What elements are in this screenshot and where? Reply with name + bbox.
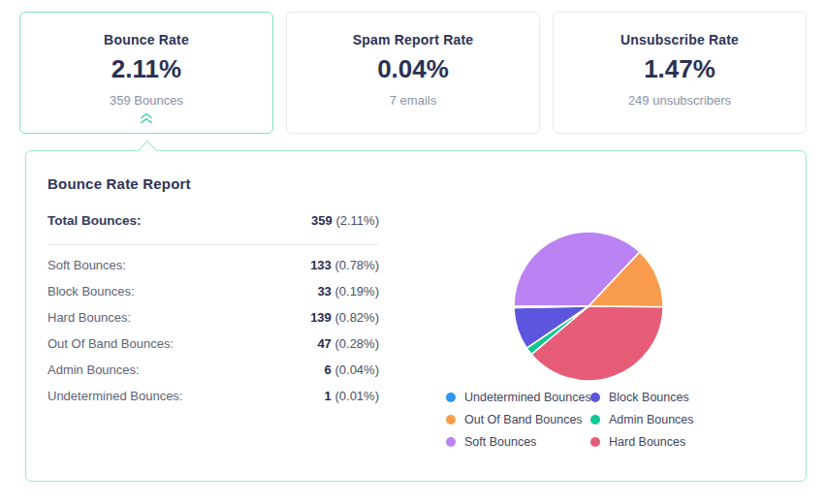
table-row-total: Total Bounces: 359 (2.11%): [48, 213, 379, 228]
table-divider: [48, 244, 379, 245]
stat-value: 2.11%: [20, 54, 272, 84]
table-row-soft-bounces: Soft Bounces: 133 (0.78%): [48, 252, 379, 278]
stat-cards-row: Bounce Rate 2.11% 359 Bounces Spam Repor…: [19, 12, 807, 134]
legend-item-hard-bounces[interactable]: Hard Bounces: [590, 435, 694, 449]
row-value: 359 (2.11%): [311, 213, 379, 228]
collapse-chevrons-up-icon[interactable]: [139, 111, 154, 125]
legend-dot: [590, 415, 600, 425]
row-label: Undetermined Bounces:: [48, 389, 182, 403]
legend-item-soft-bounces[interactable]: Soft Bounces: [446, 435, 590, 449]
bounce-pie-chart: [512, 230, 665, 383]
row-label: Out Of Band Bounces:: [48, 336, 174, 351]
legend-item-block-bounces[interactable]: Block Bounces: [590, 391, 694, 404]
row-label: Soft Bounces:: [48, 258, 126, 272]
legend-dot: [446, 415, 456, 425]
stat-subtitle: 7 emails: [287, 93, 539, 108]
row-value: 47 (0.28%): [317, 336, 379, 351]
pie-legend: Undetermined Bounces Block Bounces Out O…: [446, 391, 694, 449]
stat-card-bounce-rate[interactable]: Bounce Rate 2.11% 359 Bounces: [19, 12, 273, 134]
panel-pointer-notch: [138, 141, 157, 160]
stat-value: 1.47%: [554, 54, 806, 84]
email-stats-dashboard: Bounce Rate 2.11% 359 Bounces Spam Repor…: [0, 0, 826, 504]
table-row-block-bounces: Block Bounces: 33 (0.19%): [48, 278, 379, 304]
report-title: Bounce Rate Report: [48, 175, 806, 192]
bounce-report-table: Total Bounces: 359 (2.11%) Soft Bounces:…: [48, 213, 379, 409]
stat-title: Bounce Rate: [20, 32, 272, 47]
row-label: Hard Bounces:: [48, 310, 131, 325]
row-label: Total Bounces:: [48, 213, 142, 228]
legend-dot: [590, 393, 600, 402]
row-label: Block Bounces:: [48, 284, 135, 299]
stat-card-unsubscribe-rate[interactable]: Unsubscribe Rate 1.47% 249 unsubscribers: [553, 12, 807, 134]
legend-dot: [446, 393, 456, 402]
stat-subtitle: 359 Bounces: [20, 93, 272, 108]
row-label: Admin Bounces:: [48, 362, 140, 377]
stat-card-spam-report-rate[interactable]: Spam Report Rate 0.04% 7 emails: [286, 12, 540, 134]
stat-title: Spam Report Rate: [287, 32, 539, 47]
stat-subtitle: 249 unsubscribers: [554, 93, 806, 108]
bounce-rows: Soft Bounces: 133 (0.78%) Block Bounces:…: [48, 252, 379, 409]
table-row-out-of-band-bounces: Out Of Band Bounces: 47 (0.28%): [48, 331, 379, 357]
legend-dot: [446, 437, 456, 447]
stat-value: 0.04%: [287, 54, 539, 84]
legend-item-undetermined-bounces[interactable]: Undetermined Bounces: [446, 391, 590, 404]
table-row-undetermined-bounces: Undetermined Bounces: 1 (0.01%): [48, 383, 379, 409]
table-row-admin-bounces: Admin Bounces: 6 (0.04%): [48, 357, 379, 383]
table-row-hard-bounces: Hard Bounces: 139 (0.82%): [48, 304, 379, 331]
bounce-rate-report-panel: Bounce Rate Report Total Bounces: 359 (2…: [25, 150, 807, 482]
legend-dot: [590, 437, 600, 447]
row-value: 33 (0.19%): [317, 284, 379, 299]
row-value: 139 (0.82%): [310, 310, 379, 325]
row-value: 6 (0.04%): [325, 362, 379, 377]
legend-item-admin-bounces[interactable]: Admin Bounces: [590, 413, 694, 426]
row-value: 1 (0.01%): [325, 389, 379, 403]
stat-title: Unsubscribe Rate: [554, 32, 806, 47]
row-value: 133 (0.78%): [310, 258, 379, 272]
legend-item-out-of-band-bounces[interactable]: Out Of Band Bounces: [446, 413, 590, 426]
